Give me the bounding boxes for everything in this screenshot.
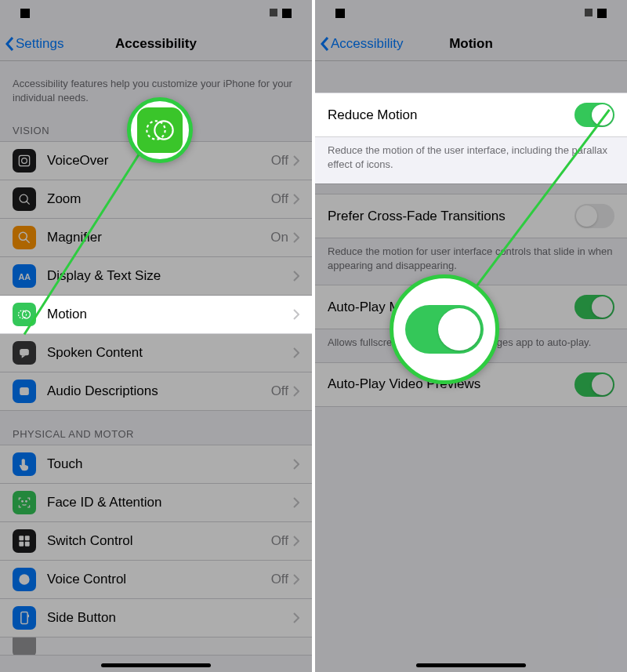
row-label: Zoom <box>47 191 271 207</box>
switch-control-icon <box>13 529 36 553</box>
row-reduce-motion[interactable]: Reduce Motion <box>315 93 627 137</box>
chevron-right-icon <box>293 155 299 166</box>
status-indicator-icon <box>270 9 277 16</box>
svg-marker-10 <box>22 355 26 358</box>
accessibility-settings-screen: Settings Accessibility Accessibility fea… <box>0 0 312 672</box>
svg-rect-16 <box>19 542 24 547</box>
svg-rect-19 <box>21 612 27 624</box>
chevron-right-icon <box>293 271 299 282</box>
status-indicator-icon <box>597 9 607 18</box>
text-size-icon: AA <box>13 264 36 288</box>
row-label: Side Button <box>47 610 293 626</box>
svg-rect-17 <box>25 542 30 547</box>
row-label: Spoken Content <box>47 345 293 361</box>
row-motion[interactable]: Motion <box>0 296 312 334</box>
svg-rect-14 <box>19 536 24 540</box>
row-value: Off <box>271 572 288 587</box>
row-label: Face ID & Attention <box>47 495 293 510</box>
row-value: Off <box>271 191 288 207</box>
svg-rect-9 <box>20 349 29 355</box>
row-footer: Reduce the motion of the user interface,… <box>315 137 627 183</box>
chevron-right-icon <box>293 194 299 205</box>
faceid-icon <box>13 491 36 514</box>
row-footer: Reduce the motion for user interface con… <box>315 238 627 285</box>
section-header-motor: PHYSICAL AND MOTOR <box>0 411 312 445</box>
chevron-right-icon <box>293 536 299 547</box>
chevron-right-icon <box>293 347 299 358</box>
nav-bar: Settings Accessibility <box>0 27 312 61</box>
audio-descriptions-icon <box>13 380 36 403</box>
row-spoken-content[interactable]: Spoken Content <box>0 334 312 372</box>
row-touch[interactable]: Touch <box>0 445 312 484</box>
row-voice-control[interactable]: Voice Control Off <box>0 561 312 599</box>
row-label: Audio Descriptions <box>47 383 271 399</box>
svg-point-1 <box>22 158 27 164</box>
highlight-motion-icon <box>127 97 193 163</box>
chevron-right-icon <box>293 386 299 397</box>
home-indicator[interactable] <box>101 663 211 667</box>
status-bar <box>0 0 312 27</box>
svg-rect-0 <box>19 155 29 165</box>
svg-text:AA: AA <box>19 272 31 282</box>
svg-point-12 <box>22 501 24 503</box>
row-cross-fade[interactable]: Prefer Cross-Fade Transitions <box>315 194 627 238</box>
status-indicator-icon <box>585 9 593 16</box>
svg-line-3 <box>27 202 30 205</box>
chevron-right-icon <box>293 309 299 320</box>
svg-rect-11 <box>20 387 29 395</box>
chevron-right-icon <box>293 497 299 508</box>
nav-bar: Accessibility Motion <box>315 27 627 61</box>
row-label: Voice Control <box>47 572 271 587</box>
status-indicator-icon <box>335 9 345 18</box>
row-display-text-size[interactable]: AA Display & Text Size <box>0 257 312 296</box>
motion-settings-screen: Accessibility Motion Reduce Motion Reduc… <box>315 0 627 672</box>
home-indicator[interactable] <box>416 663 526 667</box>
svg-point-18 <box>19 574 29 584</box>
page-title: Motion <box>315 36 627 52</box>
row-value: Off <box>271 153 288 169</box>
svg-rect-15 <box>25 536 30 540</box>
row-audio-descriptions[interactable]: Audio Descriptions Off <box>0 372 312 410</box>
row-magnifier[interactable]: Magnifier On <box>0 219 312 257</box>
row-side-button[interactable]: Side Button <box>0 599 312 637</box>
row-value: Off <box>271 533 288 549</box>
reduce-motion-toggle[interactable] <box>574 103 614 127</box>
svg-line-5 <box>26 239 30 243</box>
row-label: Motion <box>47 307 293 322</box>
chevron-right-icon <box>293 459 299 470</box>
status-bar <box>315 0 627 27</box>
row-zoom[interactable]: Zoom Off <box>0 180 312 219</box>
svg-point-22 <box>154 121 172 139</box>
zoom-icon <box>13 187 36 211</box>
voiceover-icon <box>13 149 36 173</box>
status-indicator-icon <box>282 9 292 18</box>
chevron-right-icon <box>293 232 299 243</box>
row-label: Prefer Cross-Fade Transitions <box>328 209 506 224</box>
row-apple-tv-remote[interactable] <box>0 637 312 655</box>
row-label: Display & Text Size <box>47 268 293 284</box>
highlight-toggle-on <box>390 274 499 384</box>
status-indicator-icon <box>20 9 30 18</box>
row-label: Switch Control <box>47 533 271 549</box>
touch-icon <box>13 452 36 476</box>
cross-fade-toggle[interactable] <box>574 204 614 228</box>
row-switch-control[interactable]: Switch Control Off <box>0 522 312 561</box>
row-value: On <box>270 230 288 245</box>
magnifier-icon <box>13 226 36 249</box>
toggle-on-icon <box>405 305 484 354</box>
spoken-content-icon <box>13 341 36 365</box>
auto-play-message-effects-toggle[interactable] <box>574 295 614 319</box>
voice-control-icon <box>13 568 36 591</box>
apple-tv-remote-icon <box>13 637 36 655</box>
chevron-right-icon <box>293 574 299 585</box>
svg-point-13 <box>26 501 27 503</box>
row-faceid[interactable]: Face ID & Attention <box>0 484 312 522</box>
page-title: Accessibility <box>0 36 312 52</box>
row-value: Off <box>271 383 288 399</box>
row-label: Touch <box>47 456 293 472</box>
row-label: Reduce Motion <box>328 107 417 123</box>
chevron-right-icon <box>293 612 299 623</box>
side-button-icon <box>13 606 36 630</box>
auto-play-video-previews-toggle[interactable] <box>574 372 614 397</box>
svg-point-21 <box>147 121 165 139</box>
